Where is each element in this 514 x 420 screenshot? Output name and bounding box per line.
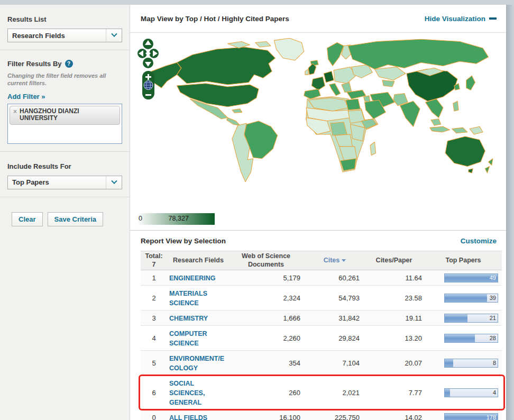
- research-field-link[interactable]: ENVIRONMENT/ECOLOGY: [169, 355, 224, 372]
- top-papers-value: 4: [493, 389, 496, 396]
- hide-visualization-link[interactable]: Hide Visualization: [425, 15, 497, 23]
- include-results-dropdown-value: Top Papers: [8, 178, 49, 186]
- research-field-link[interactable]: MATERIALS SCIENCE: [169, 290, 207, 307]
- top-papers-bar-fill: [445, 314, 467, 322]
- rank-cell: 2: [141, 294, 167, 302]
- sort-descending-icon: [342, 259, 346, 262]
- sidebar: Results List Research Fields Filter Resu…: [0, 5, 130, 420]
- map-color-legend: 0 78,327: [136, 213, 215, 225]
- map-controls[interactable]: [136, 38, 160, 102]
- column-header-cites-per-paper: Cites/Paper: [364, 257, 426, 265]
- documents-cell: 5,179: [230, 274, 308, 282]
- map-visualization[interactable]: 0 78,327: [130, 33, 506, 231]
- include-results-section: Include Results For Top Papers: [0, 152, 130, 197]
- include-results-dropdown[interactable]: Top Papers: [7, 176, 122, 189]
- research-field-link[interactable]: ENGINEERING: [169, 275, 216, 282]
- table-row: 6 SOCIAL SCIENCES, GENERAL 260 2,021 7.7…: [141, 376, 502, 410]
- table-row: 0 ALL FIELDS 16,100 225,750 14.02 178: [141, 410, 502, 420]
- pan-control: [137, 39, 159, 68]
- filter-note: Changing the filter field removes all cu…: [7, 72, 122, 87]
- dropdown-arrow-area[interactable]: [106, 29, 122, 42]
- filter-box: × HANGZHOU DIANZI UNIVERSITY: [7, 104, 122, 144]
- cites-per-paper-cell: 14.02: [364, 414, 426, 420]
- table-body: 1 ENGINEERING 5,179 60,261 11.64 49 2: [141, 270, 502, 420]
- top-papers-bar-fill: [445, 359, 453, 367]
- table-row: 2 MATERIALS SCIENCE 2,324 54,793 23.58 3…: [141, 286, 502, 311]
- table-row: 1 ENGINEERING 5,179 60,261 11.64 49: [141, 270, 502, 286]
- table-row: 5 ENVIRONMENT/ECOLOGY 354 7,104 20.07 8: [141, 351, 502, 376]
- top-papers-value: 39: [490, 295, 496, 301]
- rank-cell: 3: [141, 314, 167, 322]
- content-panel: Results List Research Fields Filter Resu…: [0, 5, 506, 420]
- top-papers-bar: 4: [444, 388, 498, 397]
- filter-section: Filter Results By ? Changing the filter …: [0, 50, 130, 152]
- cites-cell: 54,793: [308, 294, 364, 302]
- column-header-cites[interactable]: Cites: [308, 257, 364, 265]
- top-papers-bar: 28: [444, 334, 498, 343]
- collapse-icon: [489, 17, 497, 20]
- clear-button[interactable]: Clear: [12, 212, 43, 226]
- column-header-top-papers: Top Papers: [426, 257, 500, 265]
- cites-per-paper-cell: 23.58: [364, 294, 426, 302]
- map-title: Map View by Top / Hot / Highly Cited Pap…: [141, 15, 289, 23]
- help-icon[interactable]: ?: [65, 60, 73, 68]
- top-papers-value: 21: [490, 315, 496, 321]
- column-header-total: Total: 7: [141, 252, 167, 269]
- top-papers-bar: 39: [444, 294, 498, 303]
- results-list-dropdown[interactable]: Research Fields: [7, 29, 122, 42]
- column-header-documents: Web of Science Documents: [230, 252, 308, 269]
- save-criteria-button[interactable]: Save Criteria: [48, 212, 104, 226]
- top-papers-value: 28: [490, 335, 496, 341]
- research-field-link[interactable]: CHEMISTRY: [169, 315, 208, 322]
- top-papers-bar: 178: [444, 413, 498, 420]
- results-list-section: Results List Research Fields: [0, 5, 130, 50]
- cites-per-paper-cell: 13.20: [364, 334, 426, 342]
- actions-section: Clear Save Criteria: [0, 197, 130, 234]
- map-section-header: Map View by Top / Hot / Highly Cited Pap…: [130, 5, 506, 33]
- top-papers-bar-fill: [445, 294, 487, 302]
- filter-heading: Filter Results By: [7, 60, 62, 68]
- cites-per-paper-cell: 19.11: [364, 314, 426, 322]
- remove-filter-icon[interactable]: ×: [13, 108, 17, 115]
- page: Results List Research Fields Filter Resu…: [0, 0, 514, 420]
- main-area: Map View by Top / Hot / Highly Cited Pap…: [130, 5, 506, 420]
- documents-cell: 2,324: [230, 294, 308, 302]
- table-row: 3 CHEMISTRY 1,666 31,842 19.11 21: [141, 311, 502, 326]
- rank-cell: 1: [141, 274, 167, 282]
- column-header-research-fields: Research Fields: [167, 257, 230, 265]
- research-field-link[interactable]: SOCIAL SCIENCES, GENERAL: [169, 380, 205, 406]
- right-window-strip: [506, 5, 514, 420]
- top-papers-bar: 21: [444, 314, 498, 323]
- chevron-down-icon: [111, 31, 117, 37]
- results-list-heading: Results List: [7, 15, 122, 23]
- include-results-heading: Include Results For: [7, 162, 122, 170]
- cites-per-paper-cell: 7.77: [364, 389, 426, 397]
- table-header-row: Total: 7 Research Fields Web of Science …: [141, 251, 502, 270]
- top-papers-bar-fill: [445, 389, 450, 397]
- rank-cell: 5: [141, 359, 167, 367]
- top-papers-value: 8: [493, 360, 496, 366]
- cites-cell: 60,261: [308, 274, 364, 282]
- top-papers-value: 49: [490, 275, 496, 281]
- report-section-header: Report View by Selection Customize: [130, 231, 506, 251]
- add-filter-link[interactable]: Add Filter »: [7, 93, 45, 101]
- filter-tag-label: HANGZHOU DIANZI UNIVERSITY: [20, 108, 116, 123]
- documents-cell: 16,100: [230, 414, 308, 420]
- filter-tag[interactable]: × HANGZHOU DIANZI UNIVERSITY: [10, 106, 120, 125]
- rank-cell: 0: [141, 414, 167, 420]
- cites-per-paper-cell: 11.64: [364, 274, 426, 282]
- cites-cell: 31,842: [308, 314, 364, 322]
- rank-cell: 6: [141, 389, 167, 397]
- top-papers-value: 178: [487, 414, 496, 420]
- world-map[interactable]: [145, 37, 494, 184]
- customize-link[interactable]: Customize: [461, 237, 497, 245]
- research-field-link[interactable]: ALL FIELDS: [169, 414, 207, 420]
- top-papers-bar: 8: [444, 359, 498, 368]
- dropdown-arrow-area[interactable]: [106, 176, 122, 189]
- rank-cell: 4: [141, 334, 167, 342]
- results-list-dropdown-value: Research Fields: [8, 32, 65, 40]
- research-field-link[interactable]: COMPUTER SCIENCE: [169, 330, 207, 347]
- cites-cell: 29,824: [308, 334, 364, 342]
- documents-cell: 260: [230, 389, 308, 397]
- cites-cell: 2,021: [308, 389, 364, 397]
